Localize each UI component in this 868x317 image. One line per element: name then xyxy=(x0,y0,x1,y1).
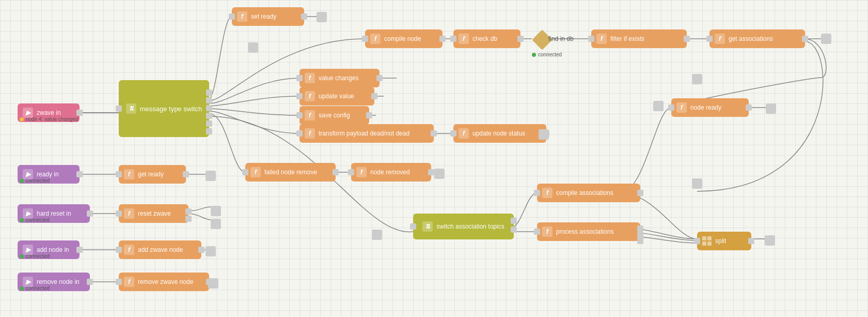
output-port-node-ready[interactable] xyxy=(766,103,776,114)
add-node-in-port-right[interactable] xyxy=(76,247,83,253)
ready-in-port-right[interactable] xyxy=(76,171,83,177)
set-ready-port-left[interactable] xyxy=(229,13,235,20)
filter-if-exists-port-left[interactable] xyxy=(588,36,594,42)
output-port-get-assoc-mid[interactable] xyxy=(653,101,664,111)
compile-node-port-right[interactable] xyxy=(439,36,446,42)
get-ready-port-left[interactable] xyxy=(116,171,122,177)
save-config-port-left[interactable] xyxy=(296,112,303,118)
get-associations-node[interactable]: f get associations xyxy=(709,29,805,48)
find-in-db-node[interactable] xyxy=(532,29,553,50)
output-port-reset-r1[interactable] xyxy=(211,206,221,216)
transform-payload-port-right[interactable] xyxy=(431,130,437,137)
node-ready-port-left[interactable] xyxy=(668,104,674,111)
msg-switch-port-r2[interactable] xyxy=(206,97,212,103)
check-db-port-right[interactable] xyxy=(517,36,524,42)
failed-node-remove-port-right[interactable] xyxy=(333,169,339,175)
split-icon xyxy=(702,236,712,246)
failed-node-remove-node[interactable]: f failed node remove xyxy=(245,163,336,182)
value-changes-port-right[interactable] xyxy=(376,75,383,81)
failed-node-remove-port-left[interactable] xyxy=(242,169,248,175)
transform-payload-port-left[interactable] xyxy=(296,130,303,137)
compile-associations-port-left[interactable] xyxy=(534,190,540,196)
update-value-port-right[interactable] xyxy=(371,93,377,99)
compile-node-node[interactable]: f compile node xyxy=(365,29,443,48)
remove-zwave-node-node[interactable]: f remove zwave node xyxy=(119,273,209,291)
process-assoc-port-r2[interactable] xyxy=(637,232,643,238)
input-port-switch-assoc[interactable] xyxy=(372,230,382,240)
msg-switch-port-r6[interactable] xyxy=(206,128,212,134)
value-changes-node[interactable]: f value changes xyxy=(299,69,380,87)
msg-switch-port-r4[interactable] xyxy=(206,113,212,119)
process-assoc-port-r3[interactable] xyxy=(637,238,643,244)
filter-if-exists-port-right[interactable] xyxy=(684,36,690,42)
compile-associations-label: compile associations xyxy=(556,189,613,197)
process-assoc-port-r1[interactable] xyxy=(637,225,643,232)
add-zwave-node-node[interactable]: f add zwave node xyxy=(119,240,201,259)
output-port-compile-assoc[interactable] xyxy=(692,178,702,189)
split-port-right[interactable] xyxy=(748,238,754,244)
add-zwave-node-port-right[interactable] xyxy=(198,247,204,253)
node-removed-node[interactable]: f node removed xyxy=(351,163,431,182)
set-ready-node[interactable]: f set ready xyxy=(232,7,304,26)
switch-assoc-port-r1[interactable] xyxy=(511,218,517,224)
get-ready-node[interactable]: f get ready xyxy=(119,165,186,184)
output-port-reset-r2[interactable] xyxy=(211,219,221,229)
output-port-get-assoc-top[interactable] xyxy=(692,74,702,84)
switch-association-topics-node[interactable]: ⇅ switch association topics xyxy=(413,214,514,239)
message-type-switch-node[interactable]: ⇅ message type switch xyxy=(119,80,209,137)
node-ready-port-right[interactable] xyxy=(746,104,752,111)
msg-switch-port-r1[interactable] xyxy=(206,89,212,96)
switch-assoc-port-r2[interactable] xyxy=(511,227,517,233)
filter-if-exists-node[interactable]: f filter if exists xyxy=(591,29,687,48)
reset-zwave-port-left[interactable] xyxy=(116,210,122,217)
node-ready-node[interactable]: f node ready xyxy=(671,98,749,117)
msg-switch-port-r3[interactable] xyxy=(206,105,212,111)
update-node-status-node[interactable]: f update node status xyxy=(453,124,546,143)
check-db-port-left[interactable] xyxy=(450,36,456,42)
check-db-node[interactable]: f check db xyxy=(453,29,520,48)
get-associations-port-left[interactable] xyxy=(706,36,713,42)
get-associations-port-right[interactable] xyxy=(802,36,808,42)
remove-node-in-port-right[interactable] xyxy=(87,279,93,285)
output-port-split[interactable] xyxy=(765,235,775,246)
update-value-port-left[interactable] xyxy=(296,93,303,99)
split-node[interactable]: split xyxy=(697,232,751,250)
output-port-set-ready[interactable] xyxy=(317,12,327,22)
output-port-remove-zwave[interactable] xyxy=(208,278,218,289)
zwave-in-port-right[interactable] xyxy=(76,110,83,116)
value-changes-port-left[interactable] xyxy=(296,75,303,81)
reset-zwave-node[interactable]: f reset zwave xyxy=(119,204,188,223)
output-port-add-zwave[interactable] xyxy=(206,246,216,256)
update-value-node[interactable]: f update value xyxy=(299,87,374,105)
node-removed-port-right[interactable] xyxy=(428,169,434,175)
output-port-get-assoc-right[interactable] xyxy=(821,34,831,44)
node-removed-label: node removed xyxy=(370,169,410,176)
node-removed-port-left[interactable] xyxy=(348,169,354,175)
update-node-status-port-left[interactable] xyxy=(450,130,456,137)
output-port-update-node-status[interactable] xyxy=(539,129,549,140)
transform-payload-node[interactable]: f transform payload dead/not dead xyxy=(299,124,434,143)
reset-zwave-port-r2[interactable] xyxy=(185,216,192,222)
ready-in-status: connected xyxy=(20,178,50,184)
compile-node-port-left[interactable] xyxy=(362,36,368,42)
set-ready-port-right[interactable] xyxy=(301,13,307,20)
hard-reset-in-port-right[interactable] xyxy=(87,210,93,217)
msg-switch-port-left[interactable] xyxy=(116,105,122,112)
reset-zwave-port-r1[interactable] xyxy=(185,208,192,215)
output-port-node-removed[interactable] xyxy=(434,169,445,179)
msg-switch-port-r5[interactable] xyxy=(206,120,212,127)
add-zwave-node-port-left[interactable] xyxy=(116,247,122,253)
get-ready-port-right[interactable] xyxy=(183,171,189,177)
save-config-port-right[interactable] xyxy=(366,112,372,118)
process-associations-port-left[interactable] xyxy=(534,229,540,235)
output-port-msg-switch-top[interactable] xyxy=(248,42,258,53)
remove-zwave-node-port-left[interactable] xyxy=(116,279,122,285)
output-port-get-ready[interactable] xyxy=(206,171,216,181)
process-associations-node[interactable]: f process associations xyxy=(537,222,640,241)
switch-assoc-port-left[interactable] xyxy=(410,223,416,230)
compile-associations-node[interactable]: f compile associations xyxy=(537,184,640,202)
save-config-node[interactable]: f save config xyxy=(299,106,369,125)
set-ready-label: set ready xyxy=(251,13,276,20)
split-port-left[interactable] xyxy=(694,238,700,244)
compile-associations-port-right[interactable] xyxy=(637,190,643,196)
